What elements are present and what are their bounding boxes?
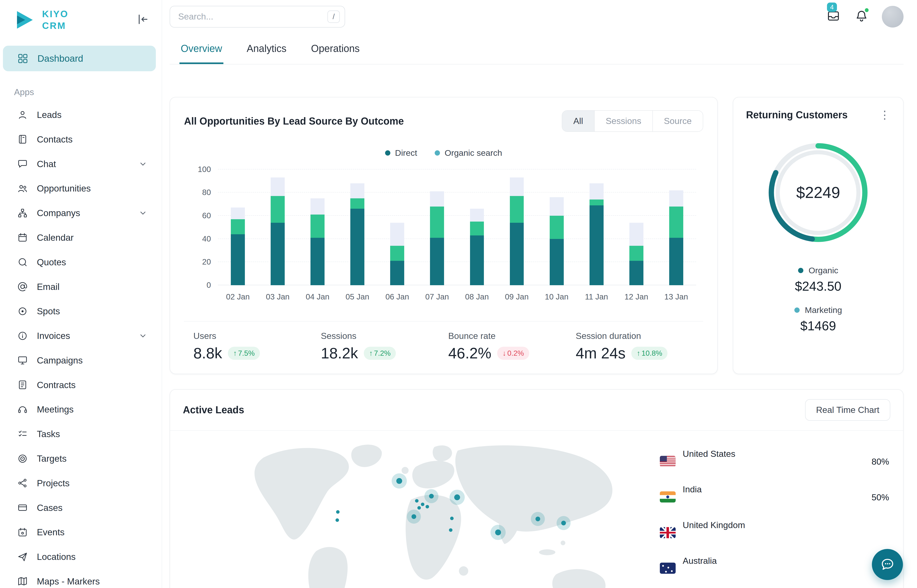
stat-value: 46.2% bbox=[448, 344, 492, 362]
filter-sessions[interactable]: Sessions bbox=[594, 111, 652, 131]
chart-legend: Direct Organic search bbox=[184, 148, 703, 158]
sidebar-item-meetings[interactable]: Meetings bbox=[0, 397, 162, 422]
marketing-dot-icon bbox=[794, 307, 800, 313]
sidebar-item-label: Quotes bbox=[37, 257, 66, 267]
sidebar-item-label: Invoices bbox=[37, 331, 70, 341]
sidebar-item-cases[interactable]: Cases bbox=[0, 496, 162, 520]
search-shortcut-key: / bbox=[327, 11, 340, 23]
stacked-bar bbox=[669, 191, 683, 285]
donut-legend: Organic $243.50 Marketing $1469 bbox=[746, 266, 890, 345]
more-options-icon[interactable]: ⋮ bbox=[879, 109, 890, 120]
chat-fab[interactable] bbox=[872, 549, 903, 580]
sidebar-item-locations[interactable]: Locations bbox=[0, 544, 162, 569]
country-name: United States bbox=[682, 449, 736, 459]
real-time-chart-button[interactable]: Real Time Chart bbox=[805, 399, 890, 421]
legend-item-organic: Organic bbox=[798, 266, 838, 275]
notifications-button[interactable] bbox=[854, 9, 869, 24]
sidebar-item-projects[interactable]: Projects bbox=[0, 471, 162, 496]
country-row: Australia bbox=[660, 555, 889, 574]
logo: KIYO CRM bbox=[0, 7, 162, 37]
stat-users: Users 8.8k↑7.5% bbox=[193, 331, 321, 362]
returning-customers-card: Returning Customers ⋮ $2249 Organic $243… bbox=[733, 97, 904, 374]
card-title: All Opportunities By Lead Source By Outc… bbox=[184, 115, 404, 127]
dashboard-content: All Opportunities By Lead Source By Outc… bbox=[170, 97, 904, 588]
australia-flag-icon bbox=[660, 563, 676, 574]
sidebar-collapse-button[interactable] bbox=[136, 13, 150, 27]
country-name: India bbox=[682, 485, 702, 494]
tab-operations[interactable]: Operations bbox=[310, 37, 361, 64]
stat-value: 4m 24s bbox=[576, 344, 626, 362]
donut-center-value: $2249 bbox=[764, 138, 872, 247]
inbox-count-badge: 4 bbox=[827, 3, 837, 12]
legend-item-organic-search: Organic search bbox=[435, 148, 502, 158]
sidebar-item-maps-markers[interactable]: Maps - Markers bbox=[0, 569, 162, 588]
country-row: United Kingdom bbox=[660, 520, 889, 538]
sidebar-item-email[interactable]: Email bbox=[0, 275, 162, 299]
country-name: United Kingdom bbox=[682, 520, 745, 530]
trend-badge: ↑10.8% bbox=[631, 347, 668, 360]
cases-icon bbox=[17, 502, 28, 513]
campaigns-icon bbox=[17, 355, 28, 366]
topbar: / 4 bbox=[170, 0, 904, 33]
main-area: / 4 Overview Analytics Operations bbox=[162, 0, 917, 588]
direct-dot-icon bbox=[385, 150, 390, 155]
brand-line-1: KIYO bbox=[42, 8, 68, 20]
stacked-bar bbox=[231, 207, 245, 285]
dashboard-grid-icon bbox=[17, 53, 29, 65]
organic-dot-icon bbox=[798, 268, 803, 273]
card-title: Active Leads bbox=[183, 404, 244, 416]
trend-arrow-icon: ↑ bbox=[637, 349, 640, 357]
sidebar-item-label: Meetings bbox=[37, 404, 74, 415]
chevron-down-icon bbox=[138, 331, 148, 341]
chat-icon bbox=[17, 158, 28, 170]
sidebar-item-opportunities[interactable]: Opportunities bbox=[0, 176, 162, 201]
sidebar-item-tasks[interactable]: Tasks bbox=[0, 422, 162, 446]
search-input[interactable] bbox=[170, 6, 345, 27]
tab-analytics[interactable]: Analytics bbox=[246, 37, 288, 64]
sidebar-item-companys[interactable]: Companys bbox=[0, 201, 162, 225]
sidebar-item-campaigns[interactable]: Campaigns bbox=[0, 348, 162, 373]
sidebar-item-invoices[interactable]: Invoices bbox=[0, 323, 162, 348]
sidebar-item-events[interactable]: Events bbox=[0, 520, 162, 544]
sidebar: KIYO CRM Dashboard Apps Leads Contacts C… bbox=[0, 0, 162, 588]
chevron-down-icon bbox=[138, 208, 148, 218]
world-map-svg bbox=[228, 436, 650, 588]
stacked-bar bbox=[550, 197, 564, 285]
chevron-down-icon bbox=[138, 159, 148, 169]
notification-dot bbox=[864, 7, 870, 13]
sidebar-item-label: Chat bbox=[37, 159, 56, 169]
sidebar-item-contracts[interactable]: Contracts bbox=[0, 373, 162, 397]
opportunities-card: All Opportunities By Lead Source By Outc… bbox=[170, 97, 718, 374]
stacked-bar bbox=[390, 223, 404, 285]
sidebar-item-label: Tasks bbox=[37, 429, 60, 439]
sidebar-item-label: Contracts bbox=[37, 380, 76, 390]
tab-overview[interactable]: Overview bbox=[180, 37, 223, 64]
stacked-bar bbox=[271, 178, 285, 285]
trend-badge: ↑7.5% bbox=[228, 347, 260, 360]
sidebar-item-calendar[interactable]: Calendar bbox=[0, 225, 162, 250]
kpi-stats-row: Users 8.8k↑7.5% Sessions 18.2k↑7.2% Boun… bbox=[184, 321, 703, 362]
india-flag-icon bbox=[660, 491, 676, 502]
avatar[interactable] bbox=[882, 6, 904, 27]
contracts-icon bbox=[17, 379, 28, 391]
sidebar-item-label: Email bbox=[37, 281, 60, 292]
sidebar-item-chat[interactable]: Chat bbox=[0, 152, 162, 176]
events-icon bbox=[17, 527, 28, 538]
inbox-button[interactable]: 4 bbox=[826, 9, 841, 24]
sidebar-item-spots[interactable]: Spots bbox=[0, 299, 162, 323]
sidebar-item-targets[interactable]: Targets bbox=[0, 446, 162, 471]
sidebar-item-dashboard[interactable]: Dashboard bbox=[3, 46, 156, 71]
marketing-value: $1469 bbox=[800, 318, 836, 333]
country-percent: 50% bbox=[860, 492, 889, 502]
targets-icon bbox=[17, 453, 28, 464]
trend-badge: ↑7.2% bbox=[364, 347, 396, 360]
quotes-icon bbox=[17, 257, 28, 268]
sidebar-item-contacts[interactable]: Contacts bbox=[0, 127, 162, 152]
sidebar-item-leads[interactable]: Leads bbox=[0, 102, 162, 127]
filter-all[interactable]: All bbox=[562, 111, 594, 131]
stat-sessions: Sessions 18.2k↑7.2% bbox=[321, 331, 448, 362]
country-name: Australia bbox=[682, 556, 717, 566]
stacked-bar bbox=[629, 223, 644, 285]
sidebar-item-quotes[interactable]: Quotes bbox=[0, 250, 162, 275]
filter-source[interactable]: Source bbox=[652, 111, 703, 131]
